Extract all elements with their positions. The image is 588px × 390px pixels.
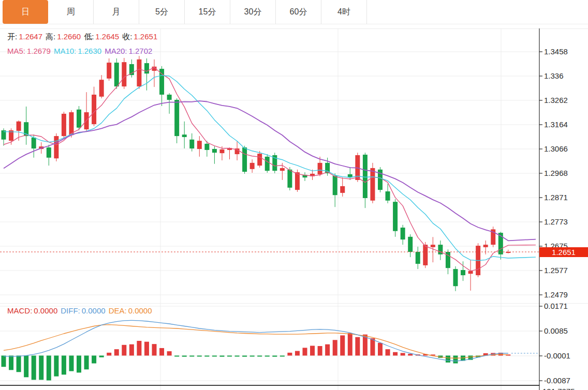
price-axis-label: 1.3164: [544, 120, 568, 129]
candle-body: [182, 134, 187, 137]
candle-body: [47, 147, 51, 158]
candle-body: [92, 95, 96, 124]
macd-axis-label: 0.0085: [544, 326, 568, 335]
macd-hist-bar: [401, 353, 405, 355]
candle-body: [416, 252, 420, 264]
legend-value: 0.0000: [34, 306, 57, 315]
macd-hist-bar: [159, 348, 164, 356]
candle-body: [197, 141, 202, 149]
macd-hist-bar: [174, 355, 179, 356]
macd-hist-bar: [348, 333, 352, 356]
tab-周[interactable]: 周: [48, 0, 94, 24]
candle-body: [393, 202, 398, 231]
tab-15分[interactable]: 15分: [185, 0, 230, 24]
macd-hist-bar: [446, 355, 450, 362]
macd-legend: MACD:0.0000DIFF:0.0000DEA:0.0000: [7, 306, 155, 315]
legend-item: MA10:1.2630: [54, 47, 103, 55]
candle-body: [401, 228, 405, 239]
macd-hist-bar: [212, 355, 217, 356]
macd-hist-bar: [227, 355, 232, 356]
macd-hist-bar: [114, 349, 119, 355]
macd-hist-bar: [295, 351, 300, 356]
ma5-line: [4, 67, 536, 271]
candle-body: [250, 163, 255, 169]
macd-hist-bar: [189, 355, 194, 356]
macd-hist-bar: [355, 337, 360, 356]
candle-body: [219, 149, 224, 153]
price-axis-label: 1.2479: [544, 290, 568, 299]
macd-hist-bar: [250, 355, 255, 356]
candle-body: [386, 191, 390, 201]
macd-hist-bar: [318, 346, 322, 355]
price-axis-label: 1.3262: [544, 96, 568, 104]
macd-hist-bar: [197, 355, 202, 356]
legend-value: 1.2679: [27, 47, 51, 55]
macd-hist-bar: [235, 355, 240, 356]
candle-body: [174, 100, 179, 136]
tab-60分[interactable]: 60分: [276, 0, 321, 24]
legend-value: 0.0000: [128, 306, 152, 315]
candle-body: [453, 269, 458, 286]
candle-body: [107, 63, 111, 79]
main-candlestick-chart[interactable]: 1.34581.3361.32621.31641.30661.29681.287…: [0, 28, 588, 303]
macd-axis-label: 0.0171: [544, 303, 568, 310]
macd-hist-bar: [47, 355, 51, 380]
candle-body: [54, 136, 58, 158]
legend-label: MA20:: [105, 47, 127, 55]
candle-body: [167, 95, 172, 100]
candle-body: [423, 245, 428, 265]
candle-body: [483, 245, 488, 247]
candle-body: [137, 59, 141, 86]
tab-日[interactable]: 日: [3, 0, 48, 24]
macd-hist-bar: [107, 353, 111, 356]
macd-hist-bar: [2, 355, 6, 367]
macd-hist-bar: [265, 355, 270, 356]
tab-5分[interactable]: 5分: [139, 0, 185, 24]
candle-body: [17, 122, 21, 131]
macd-hist-bar: [408, 354, 413, 355]
macd-panel-chart[interactable]: 0.01710.0085-0.0001-0.0087: [0, 303, 588, 390]
legend-label: 开:: [7, 32, 17, 41]
legend-label: MACD:: [7, 306, 32, 315]
ohlc-legend: 开:1.2647高:1.2660低:1.2645收:1.2651: [7, 32, 160, 42]
candle-body: [265, 157, 270, 171]
macd-hist-bar: [99, 355, 104, 357]
legend-value: 1.2702: [129, 47, 153, 55]
candle-body: [333, 176, 337, 195]
macd-hist-bar: [378, 343, 383, 356]
candle-body: [280, 168, 285, 171]
candle-body: [69, 112, 74, 135]
tab-30分[interactable]: 30分: [230, 0, 276, 24]
legend-label: 低:: [84, 32, 94, 41]
candle-body: [242, 147, 247, 172]
candle-body: [62, 114, 66, 136]
macd-hist-bar: [39, 355, 43, 380]
legend-item: 低:1.2645: [84, 32, 121, 41]
legend-item: DEA:0.0000: [109, 306, 154, 315]
candle-body: [461, 270, 465, 275]
dea-line: [4, 325, 508, 358]
tab-月[interactable]: 月: [94, 0, 139, 24]
ma10-line: [4, 76, 536, 261]
macd-hist-bar: [219, 355, 224, 356]
macd-hist-bar: [325, 344, 330, 356]
macd-hist-bar: [62, 355, 66, 374]
candle-body: [468, 271, 473, 274]
legend-value: 1.2651: [134, 32, 157, 41]
legend-value: 1.2645: [95, 32, 119, 41]
macd-hist-bar: [137, 341, 141, 355]
candle-body: [363, 155, 368, 198]
legend-label: DIFF:: [61, 306, 80, 315]
clipped-next-panel-label: 131.7875: [542, 387, 575, 390]
macd-hist-bar: [77, 355, 81, 372]
macd-hist-bar: [69, 355, 74, 371]
macd-hist-bar: [32, 355, 36, 380]
macd-hist-bar: [280, 355, 285, 356]
candle-body: [122, 62, 126, 86]
tab-4时[interactable]: 4时: [321, 0, 367, 24]
candle-body: [99, 80, 104, 97]
candle-body: [287, 170, 292, 188]
legend-value: 1.2660: [57, 32, 81, 41]
macd-hist-bar: [310, 346, 315, 355]
legend-label: 高:: [46, 32, 55, 41]
